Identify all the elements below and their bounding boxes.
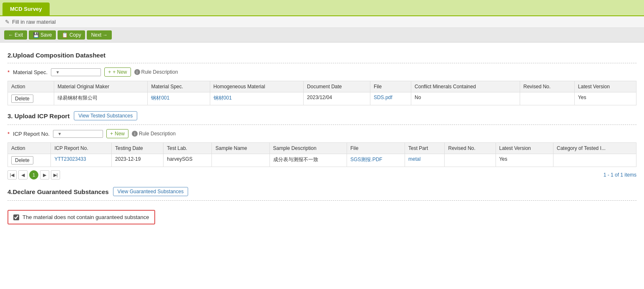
icp-col-latest: Latest Version (496, 143, 553, 154)
table-row: Delete 绿易钢材有限公司 钢材001 钢材001 2023/12/04 S… (8, 92, 636, 105)
icp-plus-icon: + (110, 131, 113, 137)
plus-icon: + (108, 69, 111, 75)
prev-page-button[interactable]: ◀ (18, 170, 28, 179)
docdate-cell: 2023/12/04 (304, 92, 370, 105)
col-homogeneous: Homogeneous Material (210, 81, 304, 92)
new-icp-button[interactable]: + New (106, 129, 128, 138)
spec-cell: 钢材001 (148, 92, 210, 105)
col-spec: Material Spec. (148, 81, 210, 92)
view-guaranteed-substances-button[interactable]: View Guaranteed Substances (113, 187, 189, 196)
icp-testpart-cell: metal (405, 154, 445, 167)
section3-title: 3. Upload ICP Report (8, 112, 70, 120)
tab-bar: MCD Survey (0, 0, 644, 16)
col-file: File (370, 81, 411, 92)
tab-mcd-survey[interactable]: MCD Survey (3, 2, 50, 15)
next-button[interactable]: Next → (87, 30, 112, 40)
file-link[interactable]: SDS.pdf (374, 95, 392, 100)
first-page-button[interactable]: |◀ (8, 170, 17, 179)
action-cell: Delete (8, 92, 54, 105)
icp-col-sampledesc: Sample Description (269, 143, 347, 154)
icp-sampledesc-cell: 成分表与测报不一致 (269, 154, 347, 167)
icp-table-row: Delete YTT23023433 2023-12-19 harveySGS … (8, 154, 636, 167)
icp-samplename-cell (212, 154, 269, 167)
icp-col-testdate: Testing Date (112, 143, 164, 154)
section4-title: 4.Declare Guaranteed Substances (8, 188, 109, 195)
icp-col-action: Action (8, 143, 51, 154)
save-icon: 💾 (33, 32, 39, 38)
edit-icon: ✎ (5, 19, 10, 25)
icp-testdate-cell: 2023-12-19 (112, 154, 164, 167)
delete-button[interactable]: Delete (11, 95, 33, 103)
next-page-button[interactable]: ▶ (40, 170, 49, 179)
material-spec-row: * Material Spec. ▼ + + New i Rule Descri… (8, 67, 636, 77)
save-button[interactable]: 💾 Save (29, 30, 56, 40)
section4-header: 4.Declare Guaranteed Substances View Gua… (8, 187, 636, 196)
revised-cell (520, 92, 574, 105)
copy-icon: 📋 (62, 32, 68, 38)
icp-col-samplename: Sample Name (212, 143, 269, 154)
col-latest: Latest Version (574, 81, 636, 92)
homogeneous-link[interactable]: 钢材001 (214, 95, 232, 101)
copy-button[interactable]: 📋 Copy (58, 30, 85, 40)
col-revised: Revised No. (520, 81, 574, 92)
exit-arrow-icon: ← (8, 32, 13, 38)
icp-required-asterisk: * (8, 131, 10, 137)
icp-info-icon: i (132, 131, 138, 137)
icp-report-label: ICP Report No. (13, 131, 50, 137)
material-spec-label: Material Spec. (13, 69, 48, 75)
homogeneous-cell: 钢材001 (210, 92, 304, 105)
col-docdate: Document Date (304, 81, 370, 92)
material-spec-dropdown[interactable]: ▼ (51, 68, 101, 76)
pagination: |◀ ◀ 1 ▶ ▶| 1 - 1 of 1 items (8, 170, 636, 179)
icp-table: Action ICP Report No. Testing Date Test … (8, 142, 636, 167)
maker-cell: 绿易钢材有限公司 (54, 92, 148, 105)
icp-col-testlab: Test Lab. (164, 143, 212, 154)
new-material-button[interactable]: + + New (104, 67, 131, 77)
icp-action-cell: Delete (8, 154, 51, 167)
page-1-button[interactable]: 1 (29, 170, 38, 179)
info-icon: i (134, 69, 140, 75)
icp-col-reportno: ICP Report No. (51, 143, 112, 154)
page-info: 1 - 1 of 1 items (604, 172, 636, 178)
main-content: 2.Upload Composition Datasheet * Materia… (0, 42, 644, 289)
composition-table: Action Material Original Maker Material … (8, 81, 636, 105)
col-maker: Material Original Maker (54, 81, 148, 92)
toolbar: ← Exit 💾 Save 📋 Copy Next → (0, 28, 644, 42)
icp-dropdown-arrow-icon: ▼ (58, 132, 62, 136)
view-tested-substances-button[interactable]: View Tested Substances (74, 111, 137, 120)
rule-description-link[interactable]: i Rule Description (134, 69, 178, 75)
col-action: Action (8, 81, 54, 92)
required-asterisk: * (8, 69, 10, 75)
spec-link[interactable]: 钢材001 (151, 95, 169, 101)
icp-file-cell: SGS测报.PDF (347, 154, 405, 167)
header-bar: ✎ Fill in raw material (0, 16, 644, 28)
guaranteed-substances-checkbox-section: The material does not contain guaranteed… (8, 210, 155, 224)
file-cell: SDS.pdf (370, 92, 411, 105)
no-guaranteed-substance-checkbox[interactable] (13, 214, 19, 220)
icp-testpart-link[interactable]: metal (408, 156, 420, 162)
icp-latest-cell: Yes (496, 154, 553, 167)
next-arrow-icon: → (103, 32, 108, 38)
breadcrumb: Fill in raw material (12, 19, 56, 25)
no-guaranteed-substance-label: The material does not contain guaranteed… (23, 214, 149, 220)
icp-testlab-cell: harveySGS (164, 154, 212, 167)
icp-category-cell (553, 154, 636, 167)
icp-report-dropdown[interactable]: ▼ (53, 130, 103, 138)
icp-rule-description-link[interactable]: i Rule Description (132, 131, 176, 137)
icp-reportno-cell: YTT23023433 (51, 154, 112, 167)
icp-file-link[interactable]: SGS测报.PDF (350, 157, 382, 162)
icp-report-row: * ICP Report No. ▼ + New i Rule Descript… (8, 129, 636, 138)
last-page-button[interactable]: ▶| (51, 170, 60, 179)
col-conflict: Conflict Minerals Contained (411, 81, 520, 92)
latest-cell: Yes (574, 92, 636, 105)
icp-delete-button[interactable]: Delete (11, 156, 33, 164)
section2-title: 2.Upload Composition Datasheet (8, 52, 636, 59)
icp-report-link[interactable]: YTT23023433 (54, 156, 86, 162)
dropdown-arrow-icon: ▼ (55, 70, 60, 75)
section3-header: 3. Upload ICP Report View Tested Substan… (8, 111, 636, 120)
exit-button[interactable]: ← Exit (4, 30, 27, 40)
icp-col-file: File (347, 143, 405, 154)
icp-revised-cell (445, 154, 496, 167)
conflict-cell: No (411, 92, 520, 105)
icp-col-testpart: Test Part (405, 143, 445, 154)
